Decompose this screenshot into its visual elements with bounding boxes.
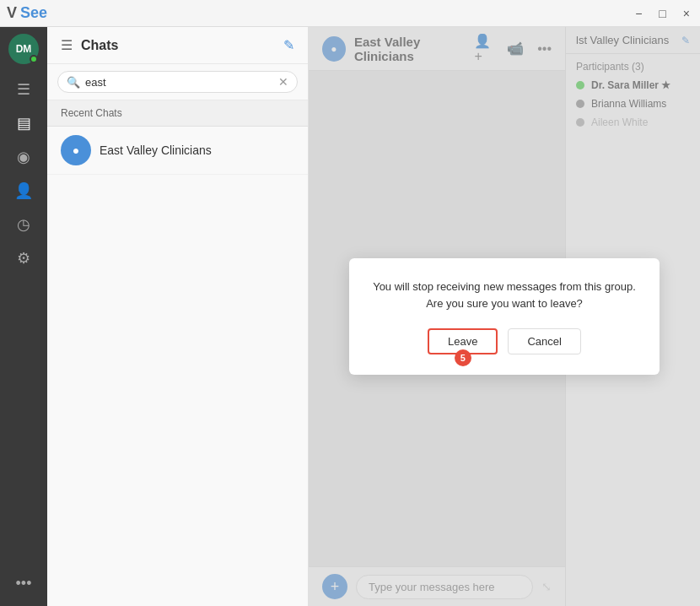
sidebar-item-menu[interactable]: ☰ — [7, 74, 40, 105]
sidebar-item-video[interactable]: ◉ — [7, 142, 40, 172]
main-layout: DM ☰ ▤ ◉ 👤 ◷ ⚙ ••• ☰ Chats — [0, 27, 700, 606]
search-input[interactable] — [85, 76, 273, 89]
contacts-icon: 👤 — [14, 181, 33, 200]
step-badge-5: 5 — [455, 349, 471, 366]
chat-list-header: ☰ Chats ✎ — [47, 27, 308, 64]
logo-v: V — [7, 4, 17, 22]
sidebar-item-history[interactable]: ◷ — [7, 209, 40, 240]
online-status-dot — [30, 55, 38, 63]
app-logo: VSee — [7, 4, 47, 22]
cancel-button[interactable]: Cancel — [508, 328, 580, 354]
history-icon: ◷ — [17, 215, 30, 234]
chat-item-avatar: ● — [61, 135, 91, 165]
search-container: 🔍 ✕ — [47, 64, 308, 100]
sidebar-item-contacts[interactable]: 👤 — [7, 176, 40, 206]
close-button[interactable]: × — [680, 7, 693, 20]
search-clear-icon[interactable]: ✕ — [278, 75, 288, 89]
group-icon: ● — [73, 143, 79, 157]
maximize-button[interactable]: □ — [655, 7, 669, 20]
chat-item-east-valley[interactable]: ● East Valley Clinicians — [47, 127, 308, 175]
minimize-button[interactable]: − — [632, 7, 645, 20]
chat-list-title: Chats — [81, 38, 118, 53]
dialog-overlay: You will stop receiving new messages fro… — [309, 27, 700, 606]
chat-list-panel: ☰ Chats ✎ 🔍 ✕ Recent Chats ● East Valley… — [47, 27, 309, 606]
logo-see: See — [20, 4, 47, 22]
search-box: 🔍 ✕ — [57, 71, 298, 93]
chat-item-name: East Valley Clinicians — [100, 143, 212, 157]
settings-icon: ⚙ — [17, 249, 30, 268]
sidebar-item-chat[interactable]: ▤ — [7, 108, 40, 138]
sidebar-more-button[interactable]: ••• — [16, 568, 32, 599]
compose-icon[interactable]: ✎ — [283, 37, 294, 53]
window-controls: − □ × — [632, 7, 693, 20]
video-icon: ◉ — [17, 148, 30, 166]
search-icon: 🔍 — [67, 76, 80, 89]
hamburger-icon: ☰ — [17, 80, 30, 99]
dialog-message: You will stop receiving new messages fro… — [373, 279, 636, 311]
menu-icon[interactable]: ☰ — [61, 37, 73, 53]
sidebar-item-settings[interactable]: ⚙ — [7, 243, 40, 273]
title-bar: VSee − □ × — [0, 0, 700, 27]
recent-chats-label: Recent Chats — [47, 100, 308, 127]
dialog-buttons: Leave 5 Cancel — [373, 328, 636, 354]
sidebar: DM ☰ ▤ ◉ 👤 ◷ ⚙ ••• — [0, 27, 47, 606]
leave-group-dialog: You will stop receiving new messages fro… — [349, 258, 660, 375]
avatar[interactable]: DM — [8, 34, 39, 64]
chat-icon: ▤ — [17, 114, 31, 133]
